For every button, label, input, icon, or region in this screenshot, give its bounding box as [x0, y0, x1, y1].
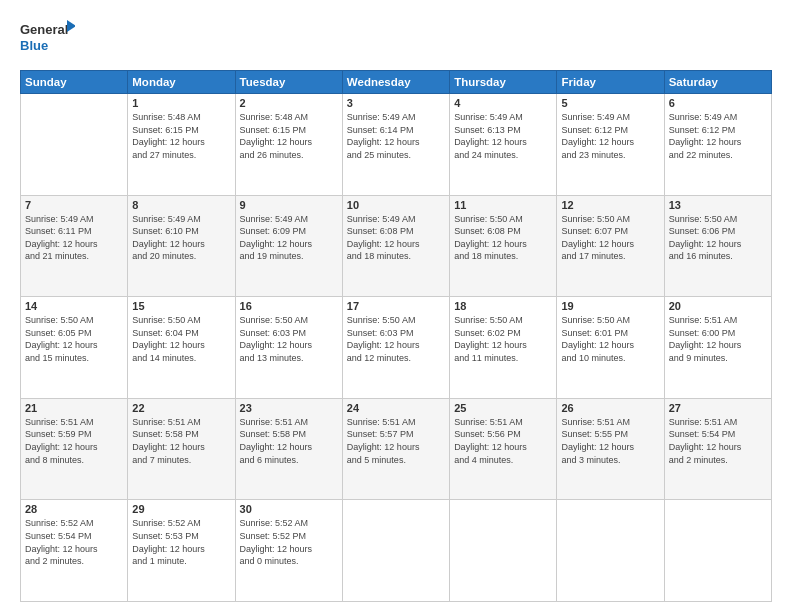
calendar-cell: 14Sunrise: 5:50 AMSunset: 6:05 PMDayligh… [21, 297, 128, 399]
calendar-cell: 22Sunrise: 5:51 AMSunset: 5:58 PMDayligh… [128, 398, 235, 500]
svg-marker-2 [67, 20, 75, 32]
calendar-table: SundayMondayTuesdayWednesdayThursdayFrid… [20, 70, 772, 602]
day-number: 1 [132, 97, 230, 109]
day-number: 7 [25, 199, 123, 211]
calendar-cell: 6Sunrise: 5:49 AMSunset: 6:12 PMDaylight… [664, 94, 771, 196]
calendar-cell: 16Sunrise: 5:50 AMSunset: 6:03 PMDayligh… [235, 297, 342, 399]
day-number: 2 [240, 97, 338, 109]
day-number: 29 [132, 503, 230, 515]
calendar-cell: 4Sunrise: 5:49 AMSunset: 6:13 PMDaylight… [450, 94, 557, 196]
logo: General Blue [20, 18, 75, 62]
calendar-cell [342, 500, 449, 602]
day-info: Sunrise: 5:52 AMSunset: 5:53 PMDaylight:… [132, 517, 230, 567]
calendar-cell: 30Sunrise: 5:52 AMSunset: 5:52 PMDayligh… [235, 500, 342, 602]
day-number: 4 [454, 97, 552, 109]
calendar-cell: 29Sunrise: 5:52 AMSunset: 5:53 PMDayligh… [128, 500, 235, 602]
day-number: 18 [454, 300, 552, 312]
logo-svg: General Blue [20, 18, 75, 62]
calendar-cell: 5Sunrise: 5:49 AMSunset: 6:12 PMDaylight… [557, 94, 664, 196]
calendar-cell: 18Sunrise: 5:50 AMSunset: 6:02 PMDayligh… [450, 297, 557, 399]
calendar-cell: 26Sunrise: 5:51 AMSunset: 5:55 PMDayligh… [557, 398, 664, 500]
calendar-week-row: 28Sunrise: 5:52 AMSunset: 5:54 PMDayligh… [21, 500, 772, 602]
day-info: Sunrise: 5:51 AMSunset: 5:54 PMDaylight:… [669, 416, 767, 466]
day-info: Sunrise: 5:51 AMSunset: 6:00 PMDaylight:… [669, 314, 767, 364]
day-number: 17 [347, 300, 445, 312]
calendar-header-row: SundayMondayTuesdayWednesdayThursdayFrid… [21, 71, 772, 94]
day-info: Sunrise: 5:49 AMSunset: 6:10 PMDaylight:… [132, 213, 230, 263]
day-info: Sunrise: 5:51 AMSunset: 5:58 PMDaylight:… [240, 416, 338, 466]
calendar-week-row: 7Sunrise: 5:49 AMSunset: 6:11 PMDaylight… [21, 195, 772, 297]
day-number: 5 [561, 97, 659, 109]
calendar-week-row: 1Sunrise: 5:48 AMSunset: 6:15 PMDaylight… [21, 94, 772, 196]
day-number: 22 [132, 402, 230, 414]
day-info: Sunrise: 5:50 AMSunset: 6:05 PMDaylight:… [25, 314, 123, 364]
svg-text:General: General [20, 22, 68, 37]
day-number: 30 [240, 503, 338, 515]
calendar-cell: 3Sunrise: 5:49 AMSunset: 6:14 PMDaylight… [342, 94, 449, 196]
day-number: 9 [240, 199, 338, 211]
col-header-sunday: Sunday [21, 71, 128, 94]
calendar-cell: 27Sunrise: 5:51 AMSunset: 5:54 PMDayligh… [664, 398, 771, 500]
calendar-cell: 17Sunrise: 5:50 AMSunset: 6:03 PMDayligh… [342, 297, 449, 399]
calendar-week-row: 21Sunrise: 5:51 AMSunset: 5:59 PMDayligh… [21, 398, 772, 500]
calendar-cell [450, 500, 557, 602]
col-header-thursday: Thursday [450, 71, 557, 94]
day-info: Sunrise: 5:52 AMSunset: 5:54 PMDaylight:… [25, 517, 123, 567]
day-number: 11 [454, 199, 552, 211]
day-number: 19 [561, 300, 659, 312]
day-number: 23 [240, 402, 338, 414]
calendar-cell: 21Sunrise: 5:51 AMSunset: 5:59 PMDayligh… [21, 398, 128, 500]
col-header-tuesday: Tuesday [235, 71, 342, 94]
day-info: Sunrise: 5:49 AMSunset: 6:13 PMDaylight:… [454, 111, 552, 161]
header: General Blue [20, 18, 772, 62]
page: General Blue SundayMondayTuesdayWednesda… [0, 0, 792, 612]
calendar-cell: 11Sunrise: 5:50 AMSunset: 6:08 PMDayligh… [450, 195, 557, 297]
day-number: 26 [561, 402, 659, 414]
day-number: 8 [132, 199, 230, 211]
calendar-cell: 7Sunrise: 5:49 AMSunset: 6:11 PMDaylight… [21, 195, 128, 297]
day-number: 14 [25, 300, 123, 312]
calendar-cell: 19Sunrise: 5:50 AMSunset: 6:01 PMDayligh… [557, 297, 664, 399]
day-info: Sunrise: 5:49 AMSunset: 6:11 PMDaylight:… [25, 213, 123, 263]
day-info: Sunrise: 5:49 AMSunset: 6:12 PMDaylight:… [561, 111, 659, 161]
calendar-cell: 9Sunrise: 5:49 AMSunset: 6:09 PMDaylight… [235, 195, 342, 297]
calendar-cell [557, 500, 664, 602]
day-info: Sunrise: 5:50 AMSunset: 6:03 PMDaylight:… [240, 314, 338, 364]
day-info: Sunrise: 5:50 AMSunset: 6:01 PMDaylight:… [561, 314, 659, 364]
day-info: Sunrise: 5:52 AMSunset: 5:52 PMDaylight:… [240, 517, 338, 567]
day-info: Sunrise: 5:49 AMSunset: 6:12 PMDaylight:… [669, 111, 767, 161]
day-info: Sunrise: 5:49 AMSunset: 6:08 PMDaylight:… [347, 213, 445, 263]
col-header-monday: Monday [128, 71, 235, 94]
calendar-cell: 28Sunrise: 5:52 AMSunset: 5:54 PMDayligh… [21, 500, 128, 602]
day-info: Sunrise: 5:51 AMSunset: 5:58 PMDaylight:… [132, 416, 230, 466]
day-number: 25 [454, 402, 552, 414]
calendar-cell: 15Sunrise: 5:50 AMSunset: 6:04 PMDayligh… [128, 297, 235, 399]
calendar-cell: 23Sunrise: 5:51 AMSunset: 5:58 PMDayligh… [235, 398, 342, 500]
calendar-cell: 2Sunrise: 5:48 AMSunset: 6:15 PMDaylight… [235, 94, 342, 196]
day-info: Sunrise: 5:48 AMSunset: 6:15 PMDaylight:… [240, 111, 338, 161]
day-info: Sunrise: 5:50 AMSunset: 6:02 PMDaylight:… [454, 314, 552, 364]
col-header-saturday: Saturday [664, 71, 771, 94]
day-number: 16 [240, 300, 338, 312]
day-info: Sunrise: 5:49 AMSunset: 6:14 PMDaylight:… [347, 111, 445, 161]
day-number: 10 [347, 199, 445, 211]
day-number: 12 [561, 199, 659, 211]
day-number: 13 [669, 199, 767, 211]
day-info: Sunrise: 5:50 AMSunset: 6:06 PMDaylight:… [669, 213, 767, 263]
day-number: 20 [669, 300, 767, 312]
day-number: 28 [25, 503, 123, 515]
day-number: 27 [669, 402, 767, 414]
day-info: Sunrise: 5:50 AMSunset: 6:08 PMDaylight:… [454, 213, 552, 263]
calendar-cell: 13Sunrise: 5:50 AMSunset: 6:06 PMDayligh… [664, 195, 771, 297]
day-info: Sunrise: 5:51 AMSunset: 5:55 PMDaylight:… [561, 416, 659, 466]
day-info: Sunrise: 5:48 AMSunset: 6:15 PMDaylight:… [132, 111, 230, 161]
calendar-cell: 10Sunrise: 5:49 AMSunset: 6:08 PMDayligh… [342, 195, 449, 297]
day-number: 15 [132, 300, 230, 312]
calendar-cell [21, 94, 128, 196]
day-number: 3 [347, 97, 445, 109]
calendar-cell: 25Sunrise: 5:51 AMSunset: 5:56 PMDayligh… [450, 398, 557, 500]
day-info: Sunrise: 5:50 AMSunset: 6:04 PMDaylight:… [132, 314, 230, 364]
day-number: 24 [347, 402, 445, 414]
day-number: 21 [25, 402, 123, 414]
day-number: 6 [669, 97, 767, 109]
